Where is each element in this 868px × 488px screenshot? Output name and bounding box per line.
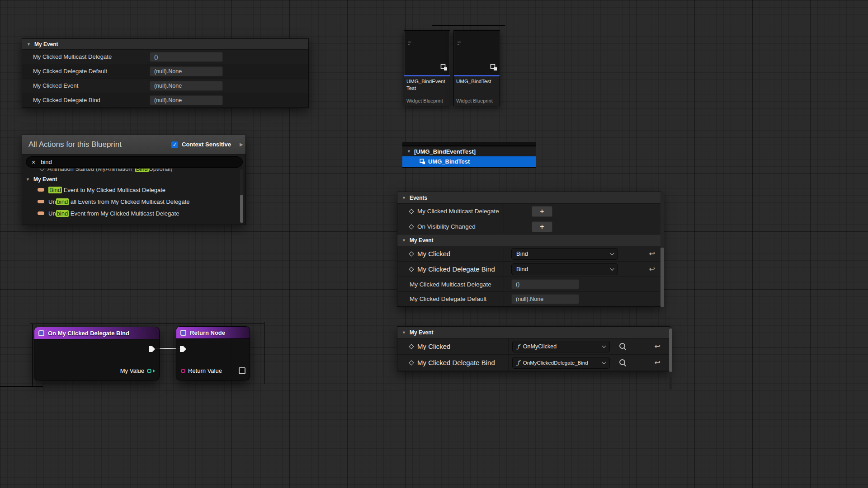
event-diamond-icon — [409, 267, 414, 272]
clipped-action-item[interactable]: Animation Started (MyAnimation_BindOptio… — [22, 169, 245, 174]
hierarchy-item-selected[interactable]: UMG_BindTest — [402, 156, 536, 167]
hierarchy-root-label: [UMG_BindEventTest] — [414, 148, 476, 155]
browse-to-function-icon[interactable] — [619, 359, 627, 366]
return-value-input-pin-row[interactable]: Return Value — [181, 367, 245, 374]
node-return-node[interactable]: Return Node Return Value — [176, 326, 250, 380]
bind-dropdown[interactable]: Bind — [511, 248, 618, 260]
category-header-events[interactable]: ▼ Events — [397, 192, 661, 204]
collapse-arrow-icon[interactable]: ▼ — [27, 42, 31, 47]
asset-thumbnail[interactable] — [404, 31, 450, 76]
asset-name: UMG_BindEventTest — [406, 78, 448, 92]
asset-tile-text: UMG_BindTest Widget Blueprint — [454, 76, 500, 106]
asset-tile-text: UMG_BindEventTest Widget Blueprint — [404, 76, 450, 106]
property-label: My Clicked Delegate Default — [33, 68, 107, 75]
event-diamond-icon — [409, 209, 414, 214]
category-header-my-event[interactable]: ▼ My Event — [22, 39, 308, 50]
binding-label: My Clicked — [417, 343, 450, 350]
return-value-pin-icon[interactable] — [181, 369, 185, 373]
browse-to-function-icon[interactable] — [619, 343, 627, 350]
details-scrollbar-thumb[interactable] — [660, 248, 664, 307]
guide-line-horizontal — [0, 386, 43, 387]
clear-search-icon[interactable]: × — [32, 159, 35, 165]
event-node-icon — [38, 330, 44, 336]
category-title: Events — [410, 195, 427, 201]
chevron-down-icon — [610, 251, 614, 255]
function-icon: ƒ — [517, 359, 519, 366]
property-value-field[interactable]: () — [511, 279, 579, 289]
divider-line — [432, 25, 505, 26]
event-diamond-icon — [39, 169, 44, 171]
property-row: My Clicked Event (null).None — [22, 79, 308, 93]
asset-thumbnail[interactable] — [454, 31, 500, 76]
binding-label: My Clicked — [417, 250, 450, 258]
actions-search-box[interactable]: × — [26, 156, 243, 168]
actions-menu-titlebar: All Actions for this Blueprint ✓ Context… — [22, 135, 245, 155]
chevron-down-icon — [602, 360, 606, 364]
thumbnail-detail — [408, 44, 410, 45]
hierarchy-item-root[interactable]: ▼ [UMG_BindEventTest] — [402, 146, 536, 156]
action-item-label: Animation Started (MyAnimation_BindOptio… — [47, 169, 172, 172]
reset-to-default-icon[interactable]: ↩ — [649, 266, 655, 273]
property-value-field[interactable]: (null).None — [150, 66, 223, 76]
add-event-button[interactable]: + — [532, 221, 552, 232]
event-row-on-visibility-changed: On Visibility Changed + — [397, 219, 661, 235]
my-value-output-pin-row[interactable]: My Value — [120, 367, 155, 374]
node-header[interactable]: On My Clicked Delegate Bind — [34, 327, 159, 339]
delegate-pill-icon — [38, 200, 44, 203]
function-icon: ƒ — [517, 343, 519, 350]
category-header-my-event[interactable]: ▼ My Event — [397, 235, 661, 246]
category-header-my-event[interactable]: ▼ My Event — [397, 327, 670, 338]
category-title: My Event — [410, 329, 434, 336]
my-value-pin-icon[interactable] — [147, 369, 151, 373]
return-node-icon — [180, 330, 186, 336]
collapse-arrow-icon[interactable]: ▼ — [402, 196, 406, 200]
bind-dropdown[interactable]: Bind — [511, 263, 618, 275]
function-binding-dropdown[interactable]: ƒ OnMyClicked — [512, 341, 610, 352]
property-value-field[interactable]: (null).None — [150, 81, 223, 91]
actions-category-my-event[interactable]: ▼ My Event — [22, 174, 245, 184]
binding-row-my-clicked: My Clicked Bind ↩ — [397, 246, 661, 262]
exec-output-pin[interactable] — [149, 346, 155, 352]
context-sensitive-label: Context Sensitive — [182, 141, 231, 148]
node-title: Return Node — [190, 329, 225, 336]
thumbnail-detail — [408, 42, 411, 42]
dropdown-value: Bind — [516, 266, 528, 272]
property-label: My Clicked Delegate Default — [410, 296, 486, 302]
reset-to-default-icon[interactable]: ↩ — [649, 250, 655, 258]
return-value-checkbox[interactable] — [239, 367, 245, 374]
collapse-arrow-icon[interactable]: ▼ — [402, 330, 406, 335]
actions-scrollbar-thumb[interactable] — [240, 195, 243, 223]
dropdown-value: Bind — [516, 250, 528, 257]
binding-row-my-clicked-delegate-bind: My Clicked Delegate Bind ƒ OnMyClickedDe… — [397, 355, 670, 371]
asset-type: Widget Blueprint — [406, 98, 448, 103]
asset-tile-umg-bindtest[interactable]: UMG_BindTest Widget Blueprint — [453, 30, 500, 106]
actions-menu-title: All Actions for this Blueprint — [28, 140, 122, 149]
binding-label: My Clicked Delegate Bind — [417, 359, 495, 366]
binding-row-my-clicked: My Clicked ƒ OnMyClicked ↩ — [397, 338, 670, 355]
category-title: My Event — [34, 41, 58, 47]
reset-to-default-icon[interactable]: ↩ — [655, 359, 660, 366]
function-binding-dropdown[interactable]: ƒ OnMyClickedDelegate_Bind — [512, 357, 610, 369]
property-value-field[interactable]: () — [150, 52, 223, 62]
asset-tile-umg-bindeventtest[interactable]: UMG_BindEventTest Widget Blueprint — [404, 30, 450, 106]
node-on-my-clicked-delegate-bind[interactable]: On My Clicked Delegate Bind My Value — [34, 327, 160, 380]
property-value-field[interactable]: (null).None — [150, 95, 223, 105]
expand-options-icon[interactable]: ▶ — [240, 142, 243, 147]
action-item-unbind-all[interactable]: Unbind all Events from My Clicked Multic… — [22, 196, 245, 207]
context-sensitive-checkbox[interactable]: ✓ — [171, 141, 178, 148]
property-value-field[interactable]: (null).None — [511, 294, 579, 304]
reset-to-default-icon[interactable]: ↩ — [655, 343, 660, 350]
exec-input-pin[interactable] — [180, 346, 186, 352]
collapse-arrow-icon[interactable]: ▼ — [407, 149, 411, 154]
add-event-button[interactable]: + — [532, 206, 552, 217]
category-title: My Event — [410, 237, 434, 244]
widget-blueprint-icon — [420, 159, 425, 164]
action-item-bind-event[interactable]: Bind Event to My Clicked Multicast Deleg… — [22, 184, 245, 196]
collapse-arrow-icon[interactable]: ▼ — [26, 177, 30, 182]
collapse-arrow-icon[interactable]: ▼ — [402, 238, 406, 243]
bottom-scrollbar-thumb[interactable] — [669, 328, 672, 372]
actions-search-input[interactable] — [41, 159, 222, 165]
details-panel-my-event: ▼ My Event My Clicked Multicast Delegate… — [22, 38, 309, 108]
action-item-unbind-event[interactable]: Unbind Event from My Clicked Multicast D… — [22, 207, 245, 219]
node-header[interactable]: Return Node — [176, 327, 250, 339]
